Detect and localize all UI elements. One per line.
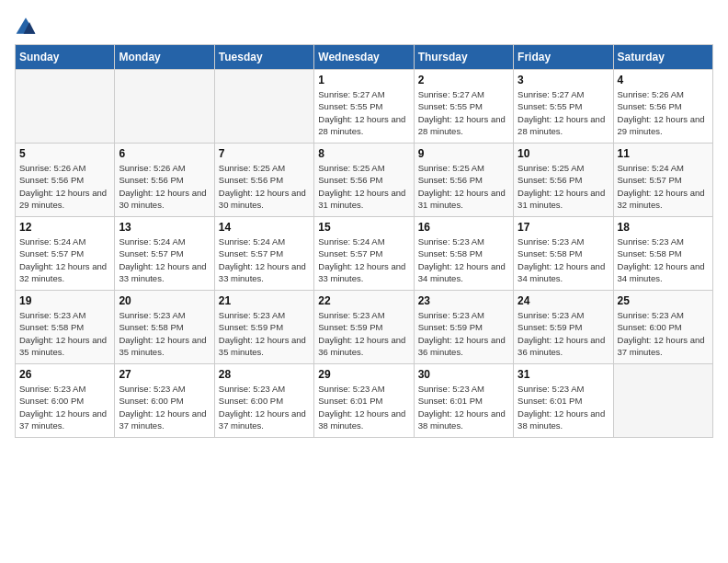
- day-number: 3: [518, 74, 609, 86]
- day-info: Sunrise: 5:23 AMSunset: 5:58 PMDaylight:…: [119, 309, 210, 358]
- day-info: Sunrise: 5:23 AMSunset: 6:00 PMDaylight:…: [618, 309, 709, 358]
- calendar-day-cell: 11Sunrise: 5:24 AMSunset: 5:57 PMDayligh…: [613, 144, 712, 217]
- day-number: 27: [119, 368, 210, 381]
- day-info: Sunrise: 5:25 AMSunset: 5:56 PMDaylight:…: [318, 162, 409, 211]
- calendar-day-cell: 10Sunrise: 5:25 AMSunset: 5:56 PMDayligh…: [514, 144, 613, 217]
- calendar-day-cell: 17Sunrise: 5:23 AMSunset: 5:58 PMDayligh…: [514, 217, 613, 291]
- day-number: 19: [19, 294, 110, 307]
- calendar-table: SundayMondayTuesdayWednesdayThursdayFrid…: [15, 44, 713, 438]
- day-info: Sunrise: 5:25 AMSunset: 5:56 PMDaylight:…: [518, 162, 609, 211]
- day-number: 1: [318, 74, 409, 86]
- day-number: 11: [618, 147, 709, 160]
- calendar-day-cell: 14Sunrise: 5:24 AMSunset: 5:57 PMDayligh…: [214, 217, 313, 291]
- day-info: Sunrise: 5:26 AMSunset: 5:56 PMDaylight:…: [19, 162, 110, 211]
- day-number: 22: [318, 294, 409, 307]
- day-info: Sunrise: 5:23 AMSunset: 5:59 PMDaylight:…: [219, 309, 310, 358]
- day-info: Sunrise: 5:24 AMSunset: 5:57 PMDaylight:…: [219, 236, 310, 284]
- weekday-header: Saturday: [613, 45, 712, 70]
- day-info: Sunrise: 5:24 AMSunset: 5:57 PMDaylight:…: [19, 236, 110, 284]
- day-number: 21: [219, 294, 310, 307]
- weekday-header: Sunday: [16, 45, 115, 70]
- calendar-day-cell: 23Sunrise: 5:23 AMSunset: 5:59 PMDayligh…: [414, 291, 513, 364]
- calendar-day-cell: 16Sunrise: 5:23 AMSunset: 5:58 PMDayligh…: [414, 217, 513, 291]
- calendar-day-cell: 30Sunrise: 5:23 AMSunset: 6:01 PMDayligh…: [414, 364, 513, 438]
- header: [15, 15, 713, 37]
- day-number: 10: [518, 147, 609, 160]
- day-number: 5: [19, 147, 110, 160]
- calendar-week-row: 5Sunrise: 5:26 AMSunset: 5:56 PMDaylight…: [16, 144, 713, 217]
- day-info: Sunrise: 5:23 AMSunset: 6:00 PMDaylight:…: [219, 383, 310, 431]
- day-number: 12: [19, 221, 110, 234]
- day-info: Sunrise: 5:27 AMSunset: 5:55 PMDaylight:…: [418, 88, 509, 137]
- day-number: 31: [518, 368, 609, 381]
- day-info: Sunrise: 5:27 AMSunset: 5:55 PMDaylight:…: [318, 88, 409, 137]
- calendar-day-cell: 26Sunrise: 5:23 AMSunset: 6:00 PMDayligh…: [16, 364, 115, 438]
- day-info: Sunrise: 5:26 AMSunset: 5:56 PMDaylight:…: [119, 162, 210, 211]
- calendar-day-cell: 2Sunrise: 5:27 AMSunset: 5:55 PMDaylight…: [414, 70, 513, 144]
- day-info: Sunrise: 5:23 AMSunset: 5:59 PMDaylight:…: [318, 309, 409, 358]
- calendar-day-cell: 12Sunrise: 5:24 AMSunset: 5:57 PMDayligh…: [16, 217, 115, 291]
- day-info: Sunrise: 5:23 AMSunset: 6:00 PMDaylight:…: [119, 383, 210, 431]
- day-info: Sunrise: 5:24 AMSunset: 5:57 PMDaylight:…: [618, 162, 709, 211]
- day-info: Sunrise: 5:23 AMSunset: 6:01 PMDaylight:…: [318, 383, 409, 431]
- day-info: Sunrise: 5:23 AMSunset: 5:58 PMDaylight:…: [418, 236, 509, 284]
- day-number: 30: [418, 368, 509, 381]
- calendar-day-cell: 9Sunrise: 5:25 AMSunset: 5:56 PMDaylight…: [414, 144, 513, 217]
- day-number: 26: [19, 368, 110, 381]
- day-number: 25: [618, 294, 709, 307]
- calendar-day-cell: 24Sunrise: 5:23 AMSunset: 5:59 PMDayligh…: [514, 291, 613, 364]
- day-info: Sunrise: 5:25 AMSunset: 5:56 PMDaylight:…: [219, 162, 310, 211]
- calendar-day-cell: [115, 70, 214, 144]
- day-number: 14: [219, 221, 310, 234]
- weekday-header-row: SundayMondayTuesdayWednesdayThursdayFrid…: [16, 45, 713, 70]
- day-info: Sunrise: 5:27 AMSunset: 5:55 PMDaylight:…: [518, 88, 609, 137]
- day-number: 29: [318, 368, 409, 381]
- day-info: Sunrise: 5:25 AMSunset: 5:56 PMDaylight:…: [418, 162, 509, 211]
- day-number: 23: [418, 294, 509, 307]
- calendar-day-cell: 18Sunrise: 5:23 AMSunset: 5:58 PMDayligh…: [613, 217, 712, 291]
- day-info: Sunrise: 5:24 AMSunset: 5:57 PMDaylight:…: [119, 236, 210, 284]
- weekday-header: Tuesday: [214, 45, 313, 70]
- calendar-week-row: 19Sunrise: 5:23 AMSunset: 5:58 PMDayligh…: [16, 291, 713, 364]
- calendar-day-cell: [214, 70, 313, 144]
- weekday-header: Monday: [115, 45, 214, 70]
- day-info: Sunrise: 5:23 AMSunset: 6:01 PMDaylight:…: [518, 383, 609, 431]
- day-number: 4: [618, 74, 709, 86]
- day-info: Sunrise: 5:23 AMSunset: 5:58 PMDaylight:…: [518, 236, 609, 284]
- calendar-day-cell: 4Sunrise: 5:26 AMSunset: 5:56 PMDaylight…: [613, 70, 712, 144]
- day-info: Sunrise: 5:23 AMSunset: 5:59 PMDaylight:…: [518, 309, 609, 358]
- day-number: 28: [219, 368, 310, 381]
- day-number: 13: [119, 221, 210, 234]
- logo-icon: [15, 15, 37, 37]
- day-number: 16: [418, 221, 509, 234]
- calendar-day-cell: 21Sunrise: 5:23 AMSunset: 5:59 PMDayligh…: [214, 291, 313, 364]
- day-number: 24: [518, 294, 609, 307]
- calendar-day-cell: [16, 70, 115, 144]
- calendar-day-cell: 31Sunrise: 5:23 AMSunset: 6:01 PMDayligh…: [514, 364, 613, 438]
- day-info: Sunrise: 5:23 AMSunset: 6:00 PMDaylight:…: [19, 383, 110, 431]
- day-info: Sunrise: 5:23 AMSunset: 5:58 PMDaylight:…: [618, 236, 709, 284]
- calendar-day-cell: 29Sunrise: 5:23 AMSunset: 6:01 PMDayligh…: [314, 364, 414, 438]
- day-number: 15: [318, 221, 409, 234]
- calendar-day-cell: 7Sunrise: 5:25 AMSunset: 5:56 PMDaylight…: [214, 144, 313, 217]
- day-number: 18: [618, 221, 709, 234]
- calendar-day-cell: 27Sunrise: 5:23 AMSunset: 6:00 PMDayligh…: [115, 364, 214, 438]
- day-number: 6: [119, 147, 210, 160]
- calendar-day-cell: 3Sunrise: 5:27 AMSunset: 5:55 PMDaylight…: [514, 70, 613, 144]
- calendar-week-row: 12Sunrise: 5:24 AMSunset: 5:57 PMDayligh…: [16, 217, 713, 291]
- calendar-day-cell: 15Sunrise: 5:24 AMSunset: 5:57 PMDayligh…: [314, 217, 414, 291]
- day-info: Sunrise: 5:23 AMSunset: 6:01 PMDaylight:…: [418, 383, 509, 431]
- day-number: 7: [219, 147, 310, 160]
- calendar-day-cell: 8Sunrise: 5:25 AMSunset: 5:56 PMDaylight…: [314, 144, 414, 217]
- day-info: Sunrise: 5:24 AMSunset: 5:57 PMDaylight:…: [318, 236, 409, 284]
- logo: [15, 15, 40, 37]
- calendar-day-cell: 6Sunrise: 5:26 AMSunset: 5:56 PMDaylight…: [115, 144, 214, 217]
- day-info: Sunrise: 5:23 AMSunset: 5:58 PMDaylight:…: [19, 309, 110, 358]
- calendar-day-cell: 20Sunrise: 5:23 AMSunset: 5:58 PMDayligh…: [115, 291, 214, 364]
- weekday-header: Friday: [514, 45, 613, 70]
- calendar-week-row: 26Sunrise: 5:23 AMSunset: 6:00 PMDayligh…: [16, 364, 713, 438]
- day-info: Sunrise: 5:26 AMSunset: 5:56 PMDaylight:…: [618, 88, 709, 137]
- calendar-day-cell: 5Sunrise: 5:26 AMSunset: 5:56 PMDaylight…: [16, 144, 115, 217]
- day-info: Sunrise: 5:23 AMSunset: 5:59 PMDaylight:…: [418, 309, 509, 358]
- calendar-day-cell: 1Sunrise: 5:27 AMSunset: 5:55 PMDaylight…: [314, 70, 414, 144]
